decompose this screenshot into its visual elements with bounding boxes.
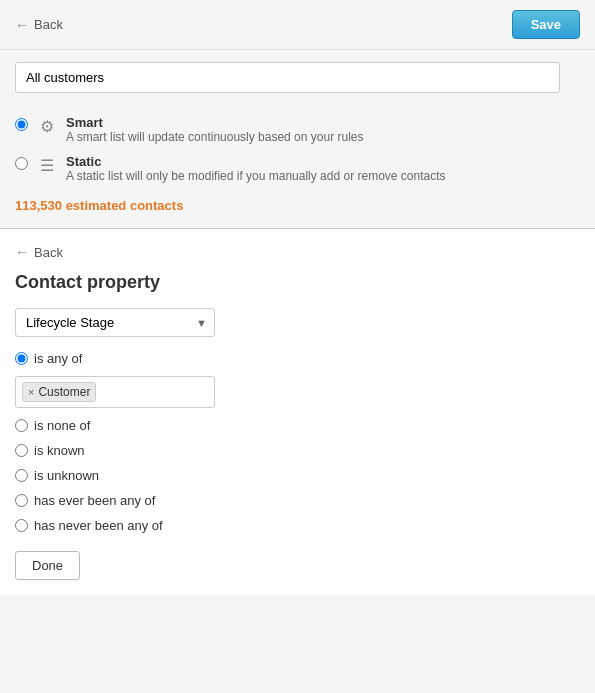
list-name-section bbox=[0, 50, 595, 105]
is-known-label: is known bbox=[34, 443, 85, 458]
customer-tag: × Customer bbox=[22, 382, 96, 402]
static-desc: A static list will only be modified if y… bbox=[66, 169, 446, 183]
tag-label: Customer bbox=[38, 385, 90, 399]
estimated-count: 113,530 bbox=[15, 198, 62, 213]
radio-is-none-of[interactable]: is none of bbox=[15, 418, 580, 433]
is-any-of-radio[interactable] bbox=[15, 352, 28, 365]
is-unknown-label: is unknown bbox=[34, 468, 99, 483]
radio-has-ever-been-any-of[interactable]: has ever been any of bbox=[15, 493, 580, 508]
has-never-been-any-of-radio[interactable] bbox=[15, 519, 28, 532]
static-label: Static bbox=[66, 154, 446, 169]
is-none-of-radio[interactable] bbox=[15, 419, 28, 432]
is-any-of-label: is any of bbox=[34, 351, 82, 366]
smart-desc: A smart list will update continuously ba… bbox=[66, 130, 364, 144]
tag-remove-icon[interactable]: × bbox=[28, 386, 34, 398]
smart-text: Smart A smart list will update continuou… bbox=[66, 115, 364, 144]
smart-option: ⚙ Smart A smart list will update continu… bbox=[15, 115, 580, 144]
has-ever-been-any-of-radio[interactable] bbox=[15, 494, 28, 507]
type-section: ⚙ Smart A smart list will update continu… bbox=[0, 105, 595, 228]
is-none-of-label: is none of bbox=[34, 418, 90, 433]
tag-input-area[interactable]: × Customer bbox=[15, 376, 215, 408]
radio-is-any-of[interactable]: is any of bbox=[15, 351, 580, 366]
lifecycle-stage-dropdown[interactable]: Lifecycle Stage First Name Last Name Ema… bbox=[15, 308, 215, 337]
section-title: Contact property bbox=[15, 272, 580, 293]
dropdown-container: Lifecycle Stage First Name Last Name Ema… bbox=[15, 308, 215, 337]
smart-radio[interactable] bbox=[15, 118, 28, 131]
smart-icon: ⚙ bbox=[36, 115, 58, 137]
has-ever-been-any-of-label: has ever been any of bbox=[34, 493, 155, 508]
top-back-link[interactable]: ← Back bbox=[15, 17, 63, 33]
estimated-label: estimated contacts bbox=[66, 198, 184, 213]
radio-is-unknown[interactable]: is unknown bbox=[15, 468, 580, 483]
is-unknown-radio[interactable] bbox=[15, 469, 28, 482]
radio-has-never-been-any-of[interactable]: has never been any of bbox=[15, 518, 580, 533]
tag-text-input[interactable] bbox=[100, 385, 208, 399]
static-text: Static A static list will only be modifi… bbox=[66, 154, 446, 183]
estimated-contacts: 113,530 estimated contacts bbox=[15, 193, 580, 213]
top-bar: ← Back Save bbox=[0, 0, 595, 50]
radio-is-known[interactable]: is known bbox=[15, 443, 580, 458]
back-arrow-icon: ← bbox=[15, 17, 29, 33]
smart-label: Smart bbox=[66, 115, 364, 130]
bottom-back-link[interactable]: ← Back bbox=[15, 244, 580, 260]
static-icon: ☰ bbox=[36, 154, 58, 176]
static-radio[interactable] bbox=[15, 157, 28, 170]
top-back-label: Back bbox=[34, 17, 63, 32]
save-button[interactable]: Save bbox=[512, 10, 580, 39]
static-option: ☰ Static A static list will only be modi… bbox=[15, 154, 580, 183]
list-name-input[interactable] bbox=[15, 62, 560, 93]
has-never-been-any-of-label: has never been any of bbox=[34, 518, 163, 533]
bottom-back-arrow-icon: ← bbox=[15, 244, 29, 260]
bottom-back-label: Back bbox=[34, 245, 63, 260]
done-button[interactable]: Done bbox=[15, 551, 80, 580]
bottom-section: ← Back Contact property Lifecycle Stage … bbox=[0, 229, 595, 595]
is-known-radio[interactable] bbox=[15, 444, 28, 457]
